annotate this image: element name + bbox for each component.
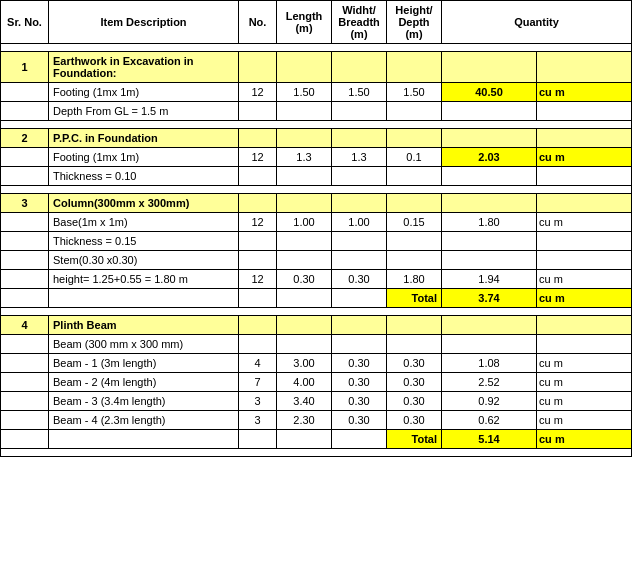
- row-qty: [442, 335, 537, 354]
- section-no-empty: [239, 194, 277, 213]
- row-ht: 0.30: [387, 354, 442, 373]
- row-desc: Beam (300 mm x 300 mm): [49, 335, 239, 354]
- section-header-row: 3 Column(300mm x 300mm): [1, 194, 632, 213]
- table-row: Depth From GL = 1.5 m: [1, 102, 632, 121]
- section-unit-empty: [537, 129, 632, 148]
- row-srno: [1, 392, 49, 411]
- section-header-row: 4 Plinth Beam: [1, 316, 632, 335]
- row-unit: cu m: [537, 148, 632, 167]
- row-unit: [537, 251, 632, 270]
- final-spacer: [1, 449, 632, 457]
- section-ht-empty: [387, 316, 442, 335]
- row-no: 12: [239, 83, 277, 102]
- row-wid: 0.30: [332, 373, 387, 392]
- total-srno: [1, 430, 49, 449]
- row-no: [239, 251, 277, 270]
- row-unit: cu m: [537, 411, 632, 430]
- total-desc: [49, 430, 239, 449]
- total-qty: 5.14: [442, 430, 537, 449]
- row-qty: 0.62: [442, 411, 537, 430]
- row-desc: Beam - 4 (2.3m length): [49, 411, 239, 430]
- section-sr: 3: [1, 194, 49, 213]
- row-ht: 1.50: [387, 83, 442, 102]
- row-ht: [387, 102, 442, 121]
- section-len-empty: [277, 129, 332, 148]
- total-desc: [49, 289, 239, 308]
- section-len-empty: [277, 194, 332, 213]
- row-no: [239, 232, 277, 251]
- row-ht: [387, 232, 442, 251]
- row-no: 4: [239, 354, 277, 373]
- row-no: 12: [239, 270, 277, 289]
- table-row: height= 1.25+0.55 = 1.80 m 12 0.30 0.30 …: [1, 270, 632, 289]
- row-ht: 0.15: [387, 213, 442, 232]
- row-unit: cu m: [537, 270, 632, 289]
- row-no: [239, 167, 277, 186]
- spacer-row: [1, 308, 632, 316]
- row-srno: [1, 213, 49, 232]
- row-srno: [1, 167, 49, 186]
- row-srno: [1, 83, 49, 102]
- total-label: Total: [387, 289, 442, 308]
- header-qty: Quantity: [442, 1, 632, 44]
- table-row: Stem(0.30 x0.30): [1, 251, 632, 270]
- section-wid-empty: [332, 194, 387, 213]
- quantity-table: Sr. No. Item Description No. Length (m) …: [0, 0, 632, 457]
- table-row: Thickness = 0.10: [1, 167, 632, 186]
- row-ht: [387, 167, 442, 186]
- table-row: Beam (300 mm x 300 mm): [1, 335, 632, 354]
- table-row: Base(1m x 1m) 12 1.00 1.00 0.15 1.80 cu …: [1, 213, 632, 232]
- row-srno: [1, 232, 49, 251]
- total-srno: [1, 289, 49, 308]
- row-qty: 0.92: [442, 392, 537, 411]
- row-srno: [1, 354, 49, 373]
- row-wid: [332, 335, 387, 354]
- row-len: 3.40: [277, 392, 332, 411]
- header-wid: Widht/ Breadth (m): [332, 1, 387, 44]
- row-desc: Beam - 1 (3m length): [49, 354, 239, 373]
- total-wid: [332, 289, 387, 308]
- section-sr: 4: [1, 316, 49, 335]
- section-wid-empty: [332, 52, 387, 83]
- row-unit: cu m: [537, 213, 632, 232]
- spacer-row: [1, 186, 632, 194]
- row-qty: 1.94: [442, 270, 537, 289]
- total-wid: [332, 430, 387, 449]
- row-qty: 2.03: [442, 148, 537, 167]
- section-header-row: 1 Earthwork in Excavation in Foundation:: [1, 52, 632, 83]
- section-no-empty: [239, 52, 277, 83]
- row-qty: [442, 102, 537, 121]
- row-ht: 0.1: [387, 148, 442, 167]
- row-len: 2.30: [277, 411, 332, 430]
- total-row: Total 3.74 cu m: [1, 289, 632, 308]
- row-srno: [1, 102, 49, 121]
- row-srno: [1, 251, 49, 270]
- section-title: Plinth Beam: [49, 316, 239, 335]
- row-len: 0.30: [277, 270, 332, 289]
- section-qty-empty: [442, 129, 537, 148]
- row-wid: [332, 232, 387, 251]
- row-ht: [387, 335, 442, 354]
- section-title: Column(300mm x 300mm): [49, 194, 239, 213]
- row-no: 7: [239, 373, 277, 392]
- row-unit: cu m: [537, 392, 632, 411]
- row-unit: [537, 232, 632, 251]
- header-len: Length (m): [277, 1, 332, 44]
- section-unit-empty: [537, 194, 632, 213]
- header-no: No.: [239, 1, 277, 44]
- row-srno: [1, 148, 49, 167]
- row-srno: [1, 335, 49, 354]
- table-row: Beam - 2 (4m length) 7 4.00 0.30 0.30 2.…: [1, 373, 632, 392]
- section-sr: 2: [1, 129, 49, 148]
- row-len: 4.00: [277, 373, 332, 392]
- section-header-row: 2 P.P.C. in Foundation: [1, 129, 632, 148]
- table-row: Footing (1mx 1m) 12 1.50 1.50 1.50 40.50…: [1, 83, 632, 102]
- section-qty-empty: [442, 52, 537, 83]
- table-row: Thickness = 0.15: [1, 232, 632, 251]
- total-unit: cu m: [537, 289, 632, 308]
- table-row: Beam - 1 (3m length) 4 3.00 0.30 0.30 1.…: [1, 354, 632, 373]
- total-row: Total 5.14 cu m: [1, 430, 632, 449]
- row-desc: Beam - 2 (4m length): [49, 373, 239, 392]
- row-unit: [537, 335, 632, 354]
- row-desc: Beam - 3 (3.4m length): [49, 392, 239, 411]
